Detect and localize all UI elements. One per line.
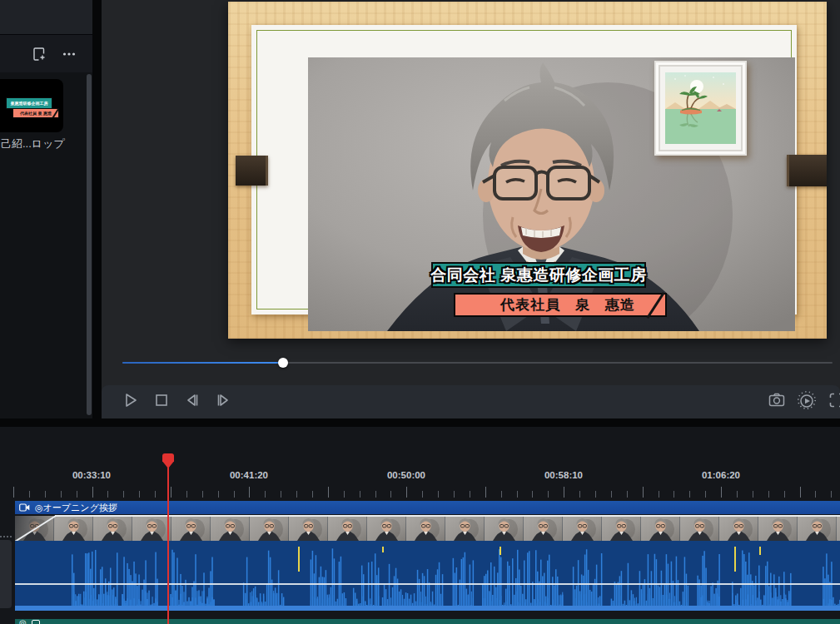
next-frame-button[interactable] [213, 392, 233, 412]
crop-ratio-icon [828, 391, 840, 413]
snapshot-button[interactable] [767, 392, 787, 412]
previous-frame-icon [184, 392, 201, 412]
ruler-tick [579, 491, 580, 498]
ruler-tick [375, 491, 376, 498]
ruler-tick [627, 491, 628, 498]
text-clip-icon [32, 620, 40, 624]
ruler-tick [737, 491, 738, 498]
ruler-tick [705, 491, 706, 498]
ruler-tick [77, 491, 77, 498]
ruler-tick [92, 487, 93, 498]
media-panel: 泉惠造研修企画工房 代表社員 泉 惠造 己紹...ロップ [0, 0, 92, 418]
next-frame-icon [215, 392, 231, 412]
more-options-button[interactable] [58, 43, 80, 65]
ruler-tick [123, 491, 124, 498]
audio-waveform[interactable] [15, 541, 840, 619]
ruler-tick [390, 491, 391, 498]
preview-quality-button[interactable] [797, 392, 817, 412]
ruler-tick [517, 491, 518, 498]
previous-frame-button[interactable] [182, 392, 202, 412]
ruler-tick [595, 491, 596, 498]
ruler-label: 00:41:20 [230, 470, 268, 480]
ruler-tick [312, 491, 313, 498]
add-media-button[interactable] [28, 43, 50, 65]
ruler-tick [485, 487, 486, 498]
media-panel-scrollbar[interactable] [87, 74, 92, 415]
ruler-tick [831, 491, 832, 498]
ruler-tick [643, 487, 644, 498]
video-camera-icon [19, 503, 30, 512]
ruler-tick [281, 491, 281, 498]
preview-video-canvas[interactable]: 合同会社 泉惠造研修企画工房 代表社員 泉 惠造 [228, 2, 827, 339]
ruler-tick [564, 487, 564, 498]
timeline-panel: 00:33:1000:41:2000:50:0000:58:1001:06:20… [0, 427, 840, 624]
video-clip-label: ◎オープニング挨拶 [35, 502, 117, 514]
company-title-banner: 合同会社 泉惠造研修企画工房 [431, 262, 646, 288]
preview-progress-bar[interactable] [122, 358, 833, 368]
ruler-tick [753, 491, 753, 498]
ruler-tick [721, 487, 722, 498]
preview-right-tools [767, 392, 840, 412]
stop-icon [153, 392, 170, 412]
ruler-tick [186, 491, 187, 498]
adjust-ratio-button[interactable] [827, 392, 840, 412]
camera-icon [768, 391, 786, 413]
ruler-tick [611, 491, 612, 498]
ruler-label: 01:06:20 [702, 470, 740, 480]
thumbnail-company-banner: 泉惠造研修企画工房 [6, 97, 52, 109]
ruler-tick [234, 491, 235, 498]
ellipsis-icon [62, 47, 77, 62]
ruler-tick [784, 491, 785, 498]
text-track-clip[interactable]: ◎ [15, 619, 840, 624]
ruler-tick [344, 491, 345, 498]
media-item-thumbnail[interactable]: 泉惠造研修企画工房 代表社員 泉 惠造 [0, 79, 63, 132]
snap-indicator-dots [0, 536, 13, 537]
stop-button[interactable] [152, 392, 171, 412]
ruler-tick [768, 491, 769, 498]
ruler-tick [815, 491, 816, 498]
ruler-tick [155, 491, 156, 498]
banner-ribbon-fold [646, 292, 664, 319]
wall-picture-frame [654, 61, 747, 156]
fade-in-envelope-line [15, 514, 57, 542]
playhead-line [167, 468, 169, 624]
ruler-tick [360, 491, 360, 498]
ruler-tick [218, 491, 219, 498]
opacity-envelope-line[interactable] [55, 515, 840, 517]
ruler-tick [13, 487, 14, 498]
ruler-tick [328, 487, 329, 498]
frame-holder-left [236, 156, 268, 186]
video-clip-header[interactable]: ◎オープニング挨拶 [15, 501, 840, 514]
ruler-tick [249, 487, 250, 498]
ruler-tick [296, 491, 297, 498]
ruler-tick [548, 491, 549, 498]
play-button[interactable] [121, 392, 141, 412]
ruler-tick [689, 491, 690, 498]
ruler-label: 00:33:10 [72, 470, 111, 480]
ruler-tick [202, 491, 203, 498]
ruler-label: 00:58:10 [544, 470, 583, 480]
video-clip-filmstrip[interactable] [15, 516, 840, 541]
progress-handle[interactable] [278, 358, 288, 368]
frame-holder-right [787, 155, 827, 186]
video-editor-window: 泉惠造研修企画工房 代表社員 泉 惠造 己紹...ロップ [0, 0, 840, 624]
ruler-tick [139, 491, 140, 498]
ruler-tick [171, 487, 171, 498]
ruler-tick [659, 491, 659, 498]
media-panel-toolbar [0, 35, 92, 72]
ruler-tick [470, 491, 470, 498]
thumbnail-banner-ribbon [51, 108, 59, 118]
ruler-tick [45, 491, 46, 498]
speaker-name-banner: 代表社員 泉 惠造 [454, 293, 667, 317]
panel-separator [92, 0, 102, 418]
preview-stage: 合同会社 泉惠造研修企画工房 代表社員 泉 惠造 [102, 0, 840, 418]
thumbnail-name-banner: 代表社員 泉 惠造 [12, 108, 59, 118]
playhead-handle[interactable] [162, 453, 174, 468]
ruler-tick [29, 491, 30, 498]
ruler-tick [406, 487, 407, 498]
ruler-tick [107, 491, 108, 498]
adjacent-clip-edge[interactable] [0, 540, 12, 608]
progress-fill [122, 362, 283, 364]
ruler-tick [454, 491, 455, 498]
ruler-tick [532, 491, 533, 498]
